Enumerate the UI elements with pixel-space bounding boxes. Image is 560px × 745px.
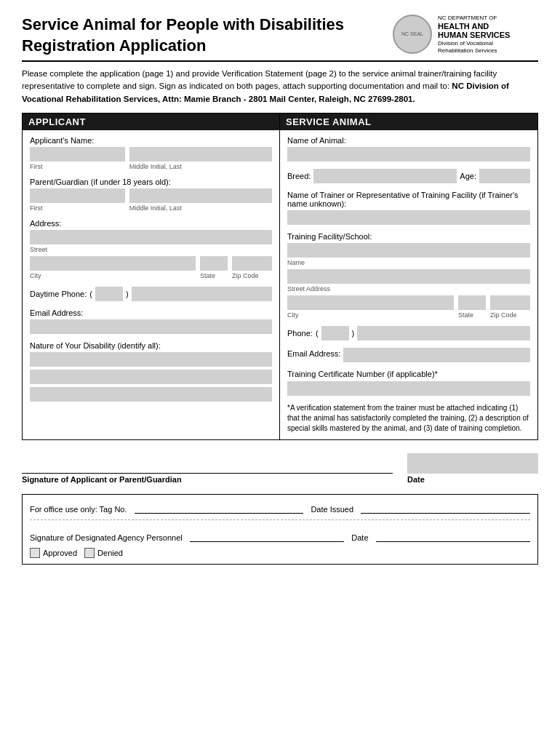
email-group: Email Address: [30,308,272,334]
approved-label: Approved [43,549,77,557]
facility-street-row: Street Address [287,269,530,292]
service-animal-section-header: SERVICE ANIMAL [280,113,537,130]
guardian-sublabels: First Middle Initial, Last [30,204,272,212]
denied-label: Denied [97,549,123,557]
applicant-last-name-input[interactable] [129,147,272,162]
applicant-name-sublabels: First Middle Initial, Last [30,163,272,170]
applicant-first-name-input[interactable] [30,147,125,162]
intro-text: Please complete the application (page 1)… [22,68,538,105]
office-date-label: Date [351,533,368,542]
breed-input[interactable] [313,169,457,183]
date-label: Date [407,475,538,484]
service-animal-section-body: Name of Animal: Breed: Age: Name of Trai… [280,130,537,439]
office-row1: For office use only: Tag No. Date Issued [30,501,530,520]
facility-phone-area-input[interactable] [321,326,349,340]
page-title: Service Animal for People with Disabilit… [22,15,344,56]
office-sig-label: Signature of Designated Agency Personnel [30,533,183,542]
facility-email-group: Email Address: [287,348,530,362]
breed-age-row: Breed: Age: [287,169,530,183]
facility-email-row: Email Address: [287,348,530,362]
city-input[interactable] [30,256,196,271]
applicant-section-header: APPLICANT [23,113,279,130]
office-row2: Signature of Designated Agency Personnel… [30,526,530,542]
facility-city-input[interactable] [287,295,454,310]
facility-email-input[interactable] [343,348,530,362]
header: Service Animal for People with Disabilit… [22,15,538,56]
cert-label: Training Certificate Number (if applicab… [287,370,530,378]
breed-age-group: Breed: Age: [287,169,530,183]
applicant-name-row [30,147,272,162]
signature-left: Signature of Applicant or Parent/Guardia… [22,452,393,484]
zip-input[interactable] [232,256,272,271]
email-input[interactable] [30,319,272,334]
logo-text: NC DEPARTMENT OF HEALTH ANDHUMAN SERVICE… [438,15,510,55]
phone-row: Daytime Phone: ( ) [30,287,272,301]
office-use-box: For office use only: Tag No. Date Issued… [22,494,538,565]
trainer-name-input[interactable] [287,210,530,225]
cert-group: Training Certificate Number (if applicab… [287,370,530,396]
facility-phone-row: Phone: ( ) [287,326,530,340]
street-sublabel: Street [30,246,272,253]
state-input[interactable] [200,256,228,271]
guardian-first-input[interactable] [30,188,125,203]
guardian-last-input[interactable] [129,188,272,203]
facility-label: Training Facility/School: [287,232,530,241]
guardian-name-row [30,188,272,203]
disability-boxes [30,352,272,402]
facility-phone-group: Phone: ( ) [287,326,530,340]
trainer-group: Name of Trainer or Representative of Tra… [287,191,530,225]
phone-group: Daytime Phone: ( ) [30,287,272,301]
applicant-column: APPLICANT Applicant's Name: First Middle… [23,113,280,439]
approved-item: Approved [30,548,77,558]
trainer-label: Name of Trainer or Representative of Tra… [287,191,530,208]
office-date2-line[interactable] [376,526,531,542]
date-input[interactable] [407,453,538,474]
facility-phone-number-input[interactable] [357,326,530,340]
date-issued-line[interactable] [361,501,530,514]
applicant-name-label: Applicant's Name: [30,136,272,145]
disability-label: Nature of Your Disability (identify all)… [30,341,272,350]
guardian-label: Parent/Guardian (if under 18 years old): [30,178,272,186]
facility-name-input[interactable] [287,243,530,258]
cert-input[interactable] [287,381,530,396]
address-label: Address: [30,219,272,228]
street-input[interactable] [30,230,272,244]
age-input[interactable] [479,169,530,183]
service-animal-column: SERVICE ANIMAL Name of Animal: Breed: Ag… [280,113,537,439]
applicant-section-body: Applicant's Name: First Middle Initial, … [23,130,279,415]
tag-number-line[interactable] [135,501,304,514]
city-state-zip-row [30,256,272,271]
denied-checkbox[interactable] [84,548,95,558]
csz-labels: City State Zip Code [30,272,272,279]
phone-number-input[interactable] [132,287,272,301]
logo-block: NC SEAL NC DEPARTMENT OF HEALTH ANDHUMAN… [393,15,538,55]
signature-label: Signature of Applicant or Parent/Guardia… [22,475,393,484]
facility-name-sublabel: Name [287,259,530,266]
animal-name-group: Name of Animal: [287,136,530,162]
disability-group: Nature of Your Disability (identify all)… [30,341,272,402]
animal-name-input[interactable] [287,147,530,162]
signature-line[interactable] [22,452,393,474]
animal-name-label: Name of Animal: [287,136,530,145]
phone-area-input[interactable] [95,287,123,301]
denied-item: Denied [84,548,123,558]
facility-state-input[interactable] [458,295,486,310]
facility-group: Training Facility/School: Name Street Ad… [287,232,530,319]
disability-input-2[interactable] [30,370,272,384]
approved-denied-row: Approved Denied [30,548,530,558]
office-tag-label: For office use only: Tag No. [30,505,127,514]
applicant-name-group: Applicant's Name: First Middle Initial, … [30,136,272,170]
facility-zip-input[interactable] [490,295,530,310]
office-sig-line[interactable] [190,526,345,542]
guardian-group: Parent/Guardian (if under 18 years old):… [30,178,272,212]
facility-csz-labels: City State Zip Code [287,311,530,319]
facility-street-sublabel: Street Address [287,285,530,292]
facility-street-input[interactable] [287,269,530,284]
disability-input-1[interactable] [30,352,272,367]
facility-csz-row [287,295,530,310]
disability-input-3[interactable] [30,387,272,402]
main-form: APPLICANT Applicant's Name: First Middle… [22,113,538,440]
title-block: Service Animal for People with Disabilit… [22,15,344,56]
approved-checkbox[interactable] [30,548,40,558]
verification-note: *A verification statement from the train… [287,403,530,434]
